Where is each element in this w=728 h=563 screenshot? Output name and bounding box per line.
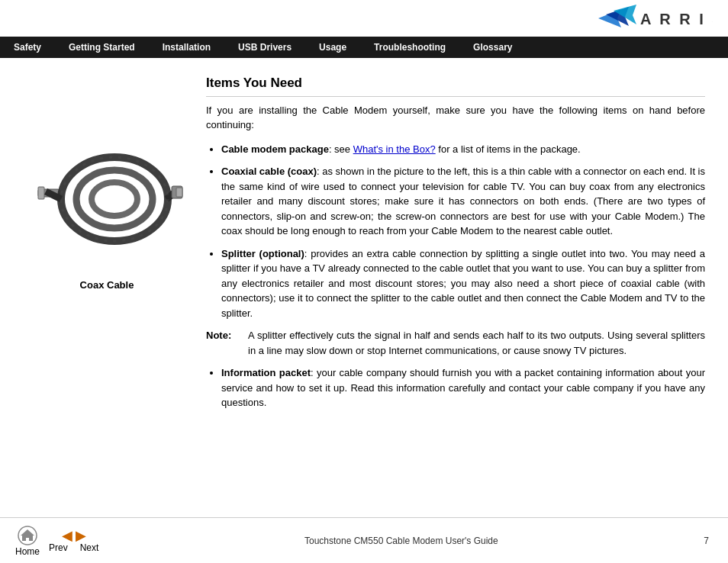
image-caption: Coax Cable — [80, 279, 134, 291]
note-row: Note: A splitter effectively cuts the si… — [206, 328, 705, 358]
whats-in-box-link[interactable]: What's in the Box? — [353, 143, 436, 155]
intro-text: If you are installing the Cable Modem yo… — [206, 103, 705, 133]
image-area: Coax Cable — [15, 73, 198, 502]
home-label: Home — [15, 546, 40, 557]
page-heading: Items You Need — [206, 73, 705, 97]
bullet-info-packet: Information packet: your cable company s… — [221, 365, 705, 410]
bullet-splitter: Splitter (optional): provides an extra c… — [221, 246, 705, 321]
nav-item-troubleshooting[interactable]: Troubleshooting — [360, 37, 459, 58]
text-area: Items You Need If you are installing the… — [198, 73, 705, 502]
nav-item-usb-drivers[interactable]: USB Drivers — [224, 37, 305, 58]
bullet-cable-modem-prefix: : see — [329, 143, 353, 155]
home-button[interactable] — [15, 525, 40, 546]
bullet-coax: Coaxial cable (coax): as shown in the pi… — [221, 164, 705, 239]
nav-item-safety[interactable]: Safety — [0, 37, 55, 58]
navbar: Safety Getting Started Installation USB … — [0, 37, 728, 58]
prev-next-icons: ◀ ▶ — [62, 529, 86, 542]
note-label: Note: — [206, 328, 248, 358]
prev-next-nav-group: ◀ ▶ Prev Next — [49, 529, 98, 553]
svg-point-8 — [92, 182, 137, 216]
svg-rect-10 — [176, 188, 182, 197]
svg-point-7 — [76, 170, 153, 228]
header-logo: A R R I S — [0, 0, 728, 37]
term-splitter: Splitter (optional) — [221, 248, 304, 259]
footer-page-number: 7 — [704, 536, 709, 546]
main-content: Coax Cable Items You Need If you are ins… — [0, 58, 728, 517]
bullet-list: Cable modem package: see What's in the B… — [221, 142, 705, 321]
bullet-cable-modem-rest: for a list of items in the package. — [436, 143, 581, 155]
footer: Home ◀ ▶ Prev Next Touchstone CM550 Cabl… — [0, 517, 728, 563]
svg-text:A R R I S: A R R I S — [640, 11, 713, 27]
bullet-list-2: Information packet: your cable company s… — [221, 365, 705, 410]
nav-item-getting-started[interactable]: Getting Started — [55, 37, 149, 58]
svg-rect-5 — [38, 187, 44, 199]
svg-marker-13 — [21, 529, 34, 541]
next-label: Next — [80, 542, 99, 553]
term-coax: Coaxial cable (coax) — [221, 166, 317, 177]
coax-cable-image — [31, 119, 183, 272]
next-button[interactable]: ▶ — [76, 529, 86, 542]
nav-item-glossary[interactable]: Glossary — [459, 37, 526, 58]
home-nav-group: Home — [15, 525, 40, 557]
prev-button[interactable]: ◀ — [62, 529, 72, 542]
nav-item-usage[interactable]: Usage — [305, 37, 360, 58]
term-info-packet: Information packet — [221, 367, 311, 378]
bullet-cable-modem: Cable modem package: see What's in the B… — [221, 142, 705, 157]
note-content: A splitter effectively cuts the signal i… — [248, 328, 705, 358]
term-cable-modem: Cable modem package — [221, 143, 329, 155]
home-icon — [16, 526, 39, 545]
nav-item-installation[interactable]: Installation — [149, 37, 224, 58]
arris-logo: A R R I S — [591, 3, 713, 34]
prev-label: Prev — [49, 542, 68, 553]
footer-center-text: Touchstone CM550 Cable Modem User's Guid… — [98, 536, 704, 546]
